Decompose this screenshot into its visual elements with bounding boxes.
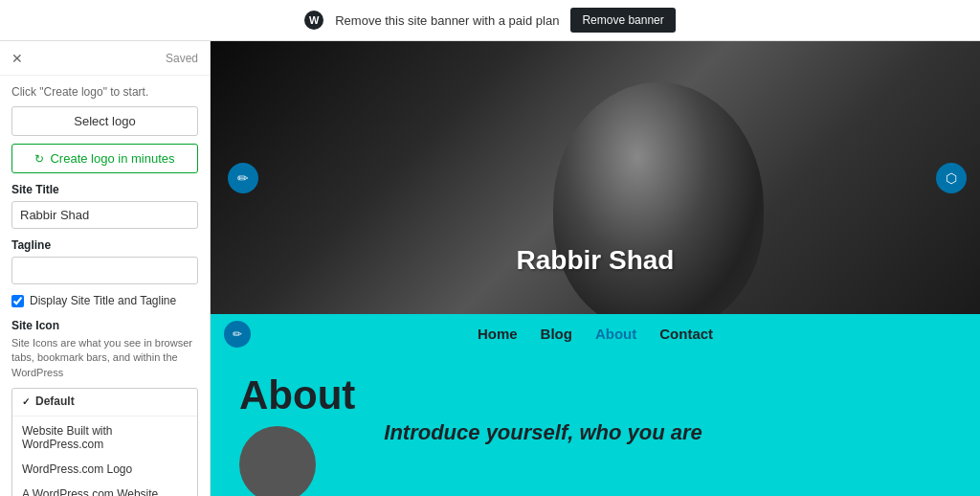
pencil-icon: ✏ bbox=[237, 170, 249, 186]
main-layout: ✕ Saved Click "Create logo" to start. Se… bbox=[0, 41, 980, 496]
dropdown-item-label: Website Built with WordPress.com bbox=[22, 424, 188, 451]
nav-link-blog[interactable]: Blog bbox=[541, 326, 572, 342]
dropdown-item-label: Default bbox=[35, 395, 75, 408]
dropdown-divider bbox=[12, 416, 197, 417]
hero-edit-button[interactable]: ✏ bbox=[228, 163, 258, 193]
display-title-label: Display Site Title and Tagline bbox=[30, 294, 176, 307]
create-logo-button[interactable]: ↻ Create logo in minutes bbox=[11, 144, 198, 173]
logo-section: Click "Create logo" to start. Select log… bbox=[0, 76, 210, 496]
top-banner: W Remove this site banner with a paid pl… bbox=[0, 0, 980, 41]
display-title-checkbox[interactable] bbox=[11, 295, 24, 307]
image-icon: ⬡ bbox=[946, 170, 957, 186]
recycle-icon: ↻ bbox=[34, 152, 44, 166]
tagline-label: Tagline bbox=[11, 238, 198, 252]
avatar bbox=[239, 426, 316, 496]
site-icon-label: Site Icon bbox=[11, 319, 198, 332]
dropdown-item-3[interactable]: A WordPress.com Website bbox=[12, 482, 197, 496]
hero-section: Rabbir Shad ✏ ⬡ bbox=[211, 41, 980, 314]
hero-image-button[interactable]: ⬡ bbox=[936, 163, 967, 193]
check-icon: ✓ bbox=[22, 396, 30, 407]
hint-text: Click "Create logo" to start. bbox=[11, 85, 198, 99]
dropdown-item-label: A WordPress.com Website bbox=[22, 487, 158, 496]
sidebar-header: ✕ Saved bbox=[0, 41, 210, 76]
display-title-row: Display Site Title and Tagline bbox=[11, 294, 198, 307]
select-logo-button[interactable]: Select logo bbox=[11, 106, 198, 136]
sidebar-scroll: Click "Create logo" to start. Select log… bbox=[0, 76, 210, 496]
face-highlight bbox=[553, 82, 764, 314]
site-icon-dropdown: ✓ Default Website Built with WordPress.c… bbox=[11, 388, 198, 496]
site-title-label: Site Title bbox=[11, 183, 198, 196]
content-section: About Introduce yourself, who you are bbox=[211, 353, 980, 496]
sidebar: ✕ Saved Click "Create logo" to start. Se… bbox=[0, 41, 211, 496]
hero-title: Rabbir Shad bbox=[517, 245, 675, 276]
nav-link-about[interactable]: About bbox=[595, 326, 636, 342]
dropdown-item-default[interactable]: ✓ Default bbox=[12, 389, 197, 414]
site-title-input[interactable] bbox=[11, 201, 198, 229]
tagline-input[interactable] bbox=[11, 257, 198, 284]
create-logo-label: Create logo in minutes bbox=[50, 151, 174, 166]
about-title: About bbox=[239, 372, 355, 418]
preview-area: Rabbir Shad ✏ ⬡ ✏ Home Blog About Contac… bbox=[211, 41, 980, 496]
banner-message: Remove this site banner with a paid plan bbox=[335, 13, 559, 28]
dropdown-item-label: WordPress.com Logo bbox=[22, 462, 132, 476]
nav-bar: ✏ Home Blog About Contact bbox=[211, 314, 980, 353]
site-icon-desc: Site Icons are what you see in browser t… bbox=[11, 336, 198, 380]
close-icon[interactable]: ✕ bbox=[11, 51, 23, 66]
introduce-text: Introduce yourself, who you are bbox=[384, 420, 702, 445]
nav-link-contact[interactable]: Contact bbox=[659, 326, 713, 342]
pencil-nav-icon: ✏ bbox=[233, 327, 242, 341]
wp-logo-icon: W bbox=[304, 11, 323, 30]
saved-label: Saved bbox=[166, 52, 198, 65]
dropdown-item-1[interactable]: Website Built with WordPress.com bbox=[12, 418, 197, 457]
nav-link-home[interactable]: Home bbox=[478, 326, 518, 342]
remove-banner-button[interactable]: Remove banner bbox=[570, 8, 675, 33]
dropdown-item-2[interactable]: WordPress.com Logo bbox=[12, 457, 197, 482]
nav-edit-button[interactable]: ✏ bbox=[224, 321, 251, 348]
